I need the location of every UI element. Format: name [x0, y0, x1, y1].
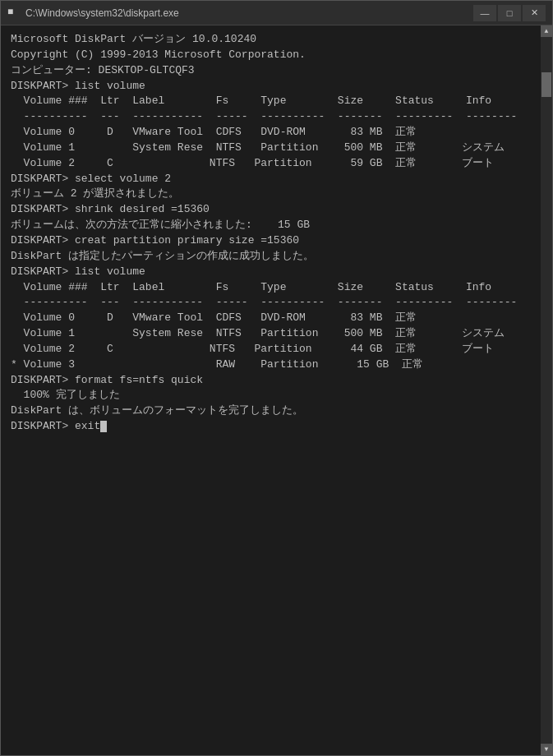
console-line: DISKPART> creat partition primary size =…	[11, 233, 542, 249]
title-bar-buttons: — □ ✕	[473, 5, 546, 21]
console-line: Copyright (C) 1999-2013 Microsoft Corpor…	[11, 48, 542, 63]
scroll-down-arrow[interactable]: ▼	[541, 744, 552, 755]
console-line: Volume 1 System Rese NTFS Partition 500 …	[11, 326, 542, 342]
maximize-button[interactable]: □	[498, 5, 521, 21]
console-line: Volume 0 D VMware Tool CDFS DVD-ROM 83 M…	[11, 125, 542, 141]
console-line: Volume 2 C NTFS Partition 44 GB 正常 ブート	[11, 342, 542, 357]
console-line: コンピューター: DESKTOP-GLTCQF3	[11, 63, 542, 79]
console-line: DISKPART> list volume	[11, 79, 542, 94]
console-line: DISKPART> select volume 2	[11, 172, 542, 187]
console-line: ボリュームは、次の方法で正常に縮小されました: 15 GB	[11, 218, 542, 233]
console-line: Volume 0 D VMware Tool CDFS DVD-ROM 83 M…	[11, 311, 542, 326]
console-line: * Volume 3 RAW Partition 15 GB 正常	[11, 357, 542, 373]
scroll-track[interactable]	[541, 37, 552, 744]
window-title: C:\Windows\system32\diskpart.exe	[25, 7, 179, 19]
console-line: ボリューム 2 が選択されました。	[11, 187, 542, 202]
console-area: Microsoft DiskPart バージョン 10.0.10240Copyr…	[1, 25, 552, 755]
console-line: 100% 完了しました	[11, 388, 542, 403]
console-line: Volume 2 C NTFS Partition 59 GB 正常 ブート	[11, 156, 542, 172]
console-output: Microsoft DiskPart バージョン 10.0.10240Copyr…	[11, 32, 542, 435]
console-line: DISKPART> format fs=ntfs quick	[11, 373, 542, 389]
console-line: ---------- --- ----------- ----- -------…	[11, 295, 542, 311]
minimize-button[interactable]: —	[473, 5, 496, 21]
scroll-thumb[interactable]	[541, 72, 551, 97]
console-line: Volume ### Ltr Label Fs Type Size Status…	[11, 280, 542, 296]
console-line: ---------- --- ----------- ----- -------…	[11, 109, 542, 125]
console-line: DISKPART> list volume	[11, 265, 542, 280]
console-line: Volume ### Ltr Label Fs Type Size Status…	[11, 94, 542, 109]
console-line: DiskPart は指定したパーティションの作成に成功しました。	[11, 249, 542, 265]
scrollbar[interactable]: ▲ ▼	[541, 25, 552, 755]
console-line: Microsoft DiskPart バージョン 10.0.10240	[11, 32, 542, 48]
console-line: DISKPART> shrink desired =15360	[11, 202, 542, 218]
title-bar-left: ■ C:\Windows\system32\diskpart.exe	[7, 7, 179, 20]
title-bar: ■ C:\Windows\system32\diskpart.exe — □ ✕	[1, 1, 552, 25]
console-line: DISKPART> exit	[11, 419, 542, 435]
scroll-up-arrow[interactable]: ▲	[541, 25, 552, 37]
close-button[interactable]: ✕	[523, 5, 546, 21]
main-window: ■ C:\Windows\system32\diskpart.exe — □ ✕…	[0, 0, 553, 756]
console-line: Volume 1 System Rese NTFS Partition 500 …	[11, 141, 542, 156]
cursor	[100, 421, 107, 432]
window-icon: ■	[7, 7, 21, 20]
console-line: DiskPart は、ボリュームのフォーマットを完了しました。	[11, 403, 542, 419]
